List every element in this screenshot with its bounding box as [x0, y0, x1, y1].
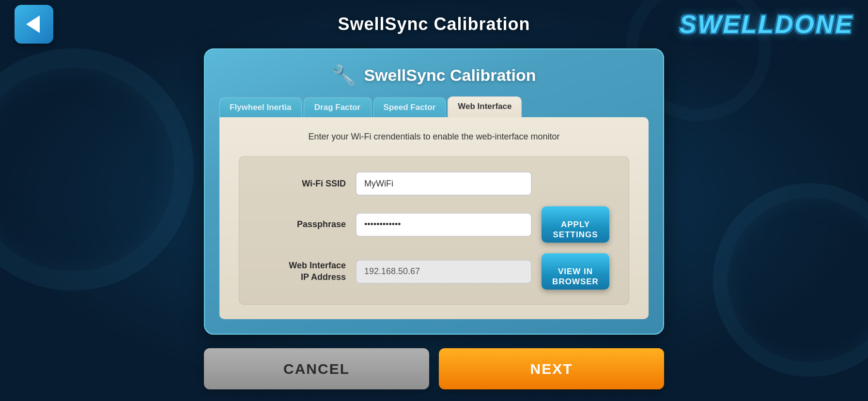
dialog-card: 🔧 SwellSync Calibration Flywheel Inertia…: [204, 48, 664, 335]
ssid-input[interactable]: [356, 171, 532, 196]
dialog-title: SwellSync Calibration: [364, 66, 536, 85]
tab-drag-factor[interactable]: Drag Factor: [304, 97, 372, 117]
back-button[interactable]: [15, 5, 53, 44]
ip-label: Web Interface IP Address: [259, 260, 346, 283]
tabs-container: Flywheel Inertia Drag Factor Speed Facto…: [219, 96, 649, 117]
tab-web-interface[interactable]: Web Interface: [448, 96, 522, 117]
passphrase-label: Passphrase: [259, 219, 346, 230]
page-title: SwellSync Calibration: [338, 14, 530, 34]
dialog-header: 🔧 SwellSync Calibration: [219, 64, 649, 87]
content-description: Enter your Wi-Fi crendentials to enable …: [239, 132, 629, 142]
ssid-row: Wi-Fi SSID: [259, 171, 609, 196]
view-in-browser-button[interactable]: VIEW IN BROWSER: [542, 253, 609, 290]
bg-decoration-2: [713, 183, 868, 377]
ssid-label: Wi-Fi SSID: [259, 179, 346, 189]
passphrase-row: Passphrase APPLY SETTINGS: [259, 206, 609, 243]
ip-input: [356, 260, 532, 284]
ip-row: Web Interface IP Address VIEW IN BROWSER: [259, 253, 609, 290]
next-button[interactable]: NEXT: [439, 348, 664, 389]
top-bar: SwellSync Calibration SWELLDONE: [0, 0, 868, 48]
apply-settings-button[interactable]: APPLY SETTINGS: [542, 206, 609, 243]
passphrase-input[interactable]: [356, 213, 532, 237]
inner-panel: Wi-Fi SSID Passphrase APPLY SETTINGS Web…: [239, 156, 629, 305]
bg-decoration-1: [0, 48, 194, 291]
logo: SWELLDONE: [680, 10, 853, 39]
bottom-buttons: CANCEL NEXT: [204, 348, 664, 389]
back-arrow-icon: [26, 15, 40, 33]
cancel-button[interactable]: CANCEL: [204, 348, 429, 389]
tab-flywheel[interactable]: Flywheel Inertia: [219, 97, 302, 117]
wrench-icon: 🔧: [332, 64, 356, 87]
content-area: Enter your Wi-Fi crendentials to enable …: [219, 117, 649, 319]
tab-speed-factor[interactable]: Speed Factor: [373, 97, 446, 117]
